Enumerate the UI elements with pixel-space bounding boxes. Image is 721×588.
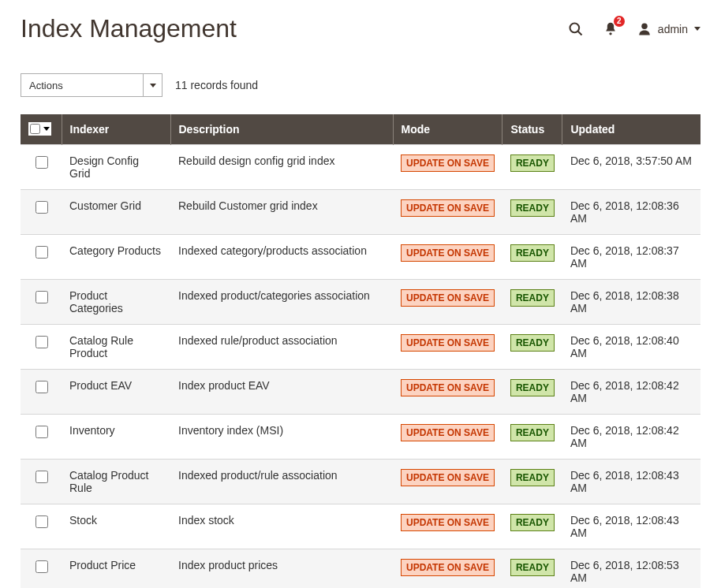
updated-cell: Dec 6, 2018, 12:08:42 AM (562, 370, 700, 415)
col-description[interactable]: Description (170, 114, 393, 145)
status-badge: READY (510, 334, 555, 352)
row-checkbox[interactable] (35, 156, 48, 169)
row-checkbox-cell (21, 415, 62, 460)
notifications-icon[interactable]: 2 (603, 20, 618, 38)
indexer-name: Category Products (62, 235, 170, 280)
records-count: 11 records found (175, 79, 258, 91)
index-grid: Indexer Description Mode Status Updated … (21, 114, 700, 588)
mode-cell: UPDATE ON SAVE (393, 370, 502, 415)
indexer-name: Product Categories (62, 280, 170, 325)
mode-cell: UPDATE ON SAVE (393, 325, 502, 370)
table-row: Category ProductsIndexed category/produc… (21, 235, 700, 280)
row-checkbox[interactable] (35, 246, 48, 259)
mode-cell: UPDATE ON SAVE (393, 460, 502, 504)
actions-dropdown-label: Actions (21, 74, 143, 96)
row-checkbox-cell (21, 370, 62, 415)
mode-badge: UPDATE ON SAVE (401, 424, 495, 441)
updated-cell: Dec 6, 2018, 12:08:38 AM (562, 280, 700, 325)
status-badge: READY (510, 379, 555, 396)
status-badge: READY (510, 514, 555, 531)
select-all-checkbox[interactable] (30, 124, 40, 134)
mode-badge: UPDATE ON SAVE (401, 469, 495, 486)
table-row: Customer GridRebuild Customer grid index… (21, 190, 700, 235)
status-cell: READY (502, 190, 562, 235)
updated-cell: Dec 6, 2018, 12:08:40 AM (562, 325, 700, 370)
row-checkbox[interactable] (35, 471, 48, 483)
indexer-description: Index stock (170, 504, 393, 549)
table-row: Product CategoriesIndexed product/catego… (21, 280, 700, 325)
row-checkbox[interactable] (35, 560, 48, 573)
updated-cell: Dec 6, 2018, 12:08:36 AM (562, 190, 700, 235)
mode-badge: UPDATE ON SAVE (401, 154, 495, 172)
status-badge: READY (510, 154, 555, 172)
status-cell: READY (502, 235, 562, 280)
actions-dropdown[interactable]: Actions (21, 73, 163, 97)
col-mode[interactable]: Mode (393, 114, 502, 145)
page-title: Index Management (21, 14, 237, 43)
indexer-description: Indexed product/rule association (170, 460, 393, 504)
indexer-name: Stock (62, 504, 170, 549)
indexer-description: Indexed rule/product association (170, 325, 393, 370)
select-all-header[interactable] (21, 114, 62, 145)
updated-cell: Dec 6, 2018, 12:08:42 AM (562, 415, 700, 460)
table-row: Catalog Product RuleIndexed product/rule… (21, 460, 700, 504)
mode-cell: UPDATE ON SAVE (393, 235, 502, 280)
search-icon[interactable] (568, 21, 584, 37)
mode-cell: UPDATE ON SAVE (393, 504, 502, 549)
row-checkbox-cell (21, 145, 62, 190)
status-cell: READY (502, 280, 562, 325)
updated-cell: Dec 6, 2018, 12:08:43 AM (562, 504, 700, 549)
status-badge: READY (510, 559, 555, 576)
indexer-description: Rebuild design config grid index (170, 145, 393, 190)
indexer-name: Inventory (62, 415, 170, 460)
mode-cell: UPDATE ON SAVE (393, 190, 502, 235)
username-label: admin (658, 23, 688, 35)
svg-point-3 (641, 23, 648, 29)
chevron-down-icon (43, 127, 50, 131)
status-cell: READY (502, 549, 562, 589)
mode-cell: UPDATE ON SAVE (393, 415, 502, 460)
chevron-down-icon (694, 27, 700, 31)
mode-badge: UPDATE ON SAVE (401, 289, 495, 307)
row-checkbox[interactable] (35, 426, 48, 438)
col-updated[interactable]: Updated (562, 114, 700, 145)
svg-line-1 (577, 31, 581, 35)
mode-badge: UPDATE ON SAVE (401, 244, 495, 262)
row-checkbox-cell (21, 460, 62, 504)
row-checkbox[interactable] (35, 291, 48, 303)
indexer-description: Rebuild Customer grid index (170, 190, 393, 235)
status-badge: READY (510, 469, 555, 486)
status-cell: READY (502, 325, 562, 370)
row-checkbox-cell (21, 504, 62, 549)
table-row: Product PriceIndex product pricesUPDATE … (21, 549, 700, 589)
indexer-name: Product Price (62, 549, 170, 589)
admin-account-menu[interactable]: admin (637, 22, 700, 36)
row-checkbox[interactable] (35, 201, 48, 214)
row-checkbox[interactable] (35, 336, 48, 348)
row-checkbox-cell (21, 190, 62, 235)
indexer-name: Product EAV (62, 370, 170, 415)
indexer-description: Indexed product/categories association (170, 280, 393, 325)
col-status[interactable]: Status (502, 114, 562, 145)
row-checkbox[interactable] (35, 381, 48, 393)
mode-badge: UPDATE ON SAVE (401, 559, 495, 576)
user-icon (637, 22, 652, 36)
status-cell: READY (502, 370, 562, 415)
status-badge: READY (510, 244, 555, 262)
mode-cell: UPDATE ON SAVE (393, 145, 502, 190)
col-indexer[interactable]: Indexer (62, 114, 170, 145)
toolbar: Actions 11 records found (21, 73, 700, 97)
row-checkbox-cell (21, 235, 62, 280)
status-cell: READY (502, 504, 562, 549)
row-checkbox[interactable] (35, 515, 48, 528)
status-badge: READY (510, 424, 555, 441)
table-row: InventoryInventory index (MSI)UPDATE ON … (21, 415, 700, 460)
indexer-description: Index product EAV (170, 370, 393, 415)
mode-badge: UPDATE ON SAVE (401, 334, 495, 352)
indexer-description: Inventory index (MSI) (170, 415, 393, 460)
status-cell: READY (502, 145, 562, 190)
indexer-name: Design Config Grid (62, 145, 170, 190)
updated-cell: Dec 6, 2018, 12:08:53 AM (562, 549, 700, 589)
mode-cell: UPDATE ON SAVE (393, 549, 502, 589)
status-cell: READY (502, 460, 562, 504)
